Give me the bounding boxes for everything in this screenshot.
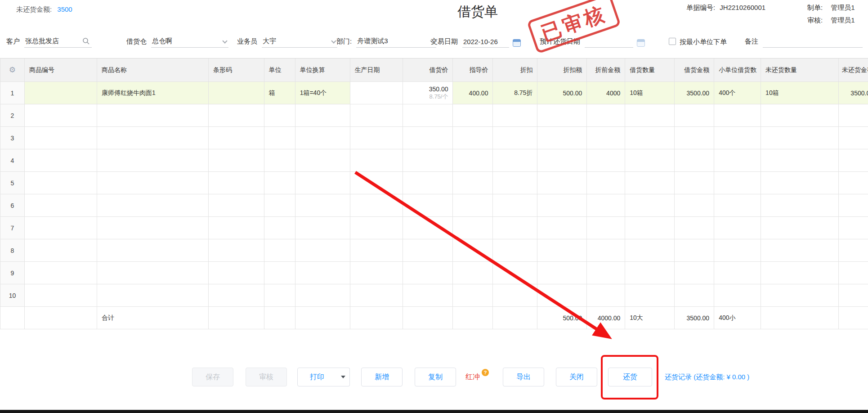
cell-r7-qty[interactable] [625,217,675,239]
cell-r7-barcode[interactable] [209,217,264,239]
cell-r9-code[interactable] [25,262,97,284]
cell-r1-guide[interactable]: 400.00 [453,82,493,104]
cell-r7-discamt[interactable] [537,217,587,239]
cell-r8-price[interactable] [403,239,453,262]
cell-r4-amount[interactable] [675,149,714,172]
cell-r5-minqty[interactable] [714,172,761,194]
cell-r8-amount[interactable] [675,239,714,262]
cell-r10-proddate[interactable] [350,284,403,307]
cell-r8-name[interactable] [97,239,209,262]
cell-r2-conv[interactable] [295,104,350,127]
cell-r8-qty[interactable] [625,239,675,262]
cell-r10-name[interactable] [97,284,209,307]
cell-r8-barcode[interactable] [209,239,264,262]
cell-r7-amount[interactable] [675,217,714,239]
cell-r4-price[interactable] [403,149,453,172]
cell-r9-amount[interactable] [675,262,714,284]
cell-r1-proddate[interactable] [350,82,403,104]
cell-r2-minqty[interactable] [714,104,761,127]
cell-r3-unret_qty[interactable] [761,127,839,149]
cell-r2-predisc[interactable] [587,104,625,127]
cell-r1-qty[interactable]: 10箱 [625,82,675,104]
cell-r7-unret_amt[interactable] [839,217,868,239]
cell-r5-unit[interactable] [264,172,295,194]
cell-r9-discamt[interactable] [537,262,587,284]
cell-r10-barcode[interactable] [209,284,264,307]
department-select[interactable]: 舟谱测试3 [356,37,436,48]
cell-r1-unret_amt[interactable]: 3500.00 [839,82,868,104]
cell-r6-unret_qty[interactable] [761,194,839,217]
cell-r9-guide[interactable] [453,262,493,284]
trade-date-input[interactable]: 2022-10-26 [462,38,509,48]
cell-r9-discount[interactable] [493,262,537,284]
cell-r10-discount[interactable] [493,284,537,307]
cell-r8-discount[interactable] [493,239,537,262]
cell-r7-unit[interactable] [264,217,295,239]
return-record-link[interactable]: 还货记录 (还货金额: ¥ 0.00 ) [665,368,749,386]
cell-r3-name[interactable] [97,127,209,149]
cell-r1-discamt[interactable]: 500.00 [537,82,587,104]
cell-r10-amount[interactable] [675,284,714,307]
cell-r7-code[interactable] [25,217,97,239]
cell-r9-price[interactable] [403,262,453,284]
cell-r5-unret_amt[interactable] [839,172,868,194]
cell-r7-minqty[interactable] [714,217,761,239]
save-button[interactable]: 保存 [192,368,233,386]
cell-r8-unit[interactable] [264,239,295,262]
add-button[interactable]: 新增 [361,368,403,386]
cell-r8-conv[interactable] [295,239,350,262]
copy-button[interactable]: 复制 [415,368,456,386]
cell-r3-amount[interactable] [675,127,714,149]
cell-r1-conv[interactable]: 1箱=40个 [295,82,350,104]
cell-r6-unret_amt[interactable] [839,194,868,217]
print-button[interactable]: 打印 [297,368,337,386]
cell-r10-conv[interactable] [295,284,350,307]
audit-button[interactable]: 审核 [246,368,287,386]
cell-r8-discamt[interactable] [537,239,587,262]
cell-r2-unret_amt[interactable] [839,104,868,127]
cell-r8-code[interactable] [25,239,97,262]
cell-r8-minqty[interactable] [714,239,761,262]
cell-r7-proddate[interactable] [350,217,403,239]
min-unit-checkbox[interactable] [669,38,676,45]
cell-r6-conv[interactable] [295,194,350,217]
cell-r10-minqty[interactable] [714,284,761,307]
cell-r5-conv[interactable] [295,172,350,194]
cell-r10-price[interactable] [403,284,453,307]
cell-r2-amount[interactable] [675,104,714,127]
cell-r5-discamt[interactable] [537,172,587,194]
cell-r4-minqty[interactable] [714,149,761,172]
cell-r4-discamt[interactable] [537,149,587,172]
cell-r8-predisc[interactable] [587,239,625,262]
cell-r1-price[interactable]: 350.008.75/个 [403,82,453,104]
cell-r5-proddate[interactable] [350,172,403,194]
cell-r6-amount[interactable] [675,194,714,217]
cell-r5-guide[interactable] [453,172,493,194]
cell-r3-unret_amt[interactable] [839,127,868,149]
cell-r5-discount[interactable] [493,172,537,194]
cell-r5-amount[interactable] [675,172,714,194]
cell-r1-unit[interactable]: 箱 [264,82,295,104]
cell-r4-proddate[interactable] [350,149,403,172]
cell-r5-code[interactable] [25,172,97,194]
cell-r1-predisc[interactable]: 4000 [587,82,625,104]
cell-r9-minqty[interactable] [714,262,761,284]
cell-r7-unret_qty[interactable] [761,217,839,239]
cell-r10-code[interactable] [25,284,97,307]
cell-r9-barcode[interactable] [209,262,264,284]
cell-r6-proddate[interactable] [350,194,403,217]
help-icon[interactable]: ? [482,369,489,376]
cell-r6-price[interactable] [403,194,453,217]
cell-r10-unret_qty[interactable] [761,284,839,307]
cell-r6-unit[interactable] [264,194,295,217]
cell-r2-unit[interactable] [264,104,295,127]
warehouse-select[interactable]: 总仓啊 [151,37,228,48]
cell-r1-code[interactable] [25,82,97,104]
cell-r7-conv[interactable] [295,217,350,239]
cell-r4-unret_qty[interactable] [761,149,839,172]
cell-r9-unret_qty[interactable] [761,262,839,284]
cell-r10-unit[interactable] [264,284,295,307]
cell-r5-price[interactable] [403,172,453,194]
cell-r8-unret_qty[interactable] [761,239,839,262]
cell-r10-qty[interactable] [625,284,675,307]
